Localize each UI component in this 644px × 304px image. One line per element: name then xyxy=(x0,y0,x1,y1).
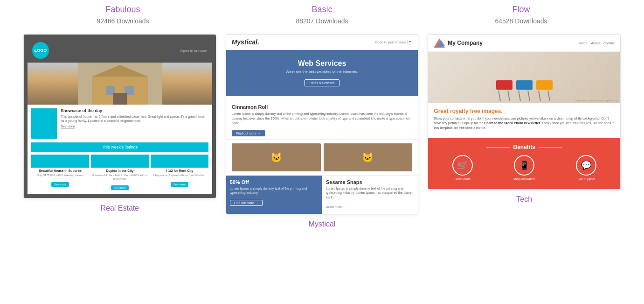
stats-row: Fabulous 92466 Downloads Basic 88207 Dow… xyxy=(14,5,630,25)
stat-flow-name: Flow xyxy=(422,5,621,14)
fab-hero-img xyxy=(28,63,212,105)
cat-shape-1: 🐱 xyxy=(232,143,321,171)
benefit-circle-1: 📱 xyxy=(514,155,534,176)
fab-listing-desc-2: 2 big rooms, 1 great bathroom and kitche… xyxy=(151,174,208,177)
chair-legs-yellow xyxy=(539,91,549,101)
tech-header: My Company Home About Contact xyxy=(428,35,620,52)
tech-logo-text: My Company xyxy=(448,40,483,46)
mys-logo: Mystical. xyxy=(232,38,259,46)
stat-fabulous: Fabulous 92466 Downloads xyxy=(23,5,222,25)
fabulous-inner: LOGO Open in browser xyxy=(28,38,212,194)
mys-article: Cinnamon Roll Lorem Ipsum is simply dumm… xyxy=(226,100,418,140)
fab-see-btn-1[interactable]: See more xyxy=(111,185,129,190)
mys-article-text: Lorem Ipsum is simply dummy text of the … xyxy=(232,112,413,125)
benefits-line-left xyxy=(486,147,510,148)
fab-listing-0: Beautiful House in Suburbs Only $170,000… xyxy=(31,155,89,191)
stat-basic-downloads: 88207 Downloads xyxy=(222,17,422,25)
tech-benefits-title: Benefits xyxy=(513,144,535,150)
fab-showcase-text: Showcase of the day This wonderful house… xyxy=(61,108,208,139)
templates-row: LOGO Open in browser xyxy=(14,34,630,228)
building-svg xyxy=(78,63,162,105)
chair-leg-6 xyxy=(547,91,550,101)
svg-rect-5 xyxy=(113,93,127,105)
template-mystical-label: Mystical xyxy=(309,220,336,228)
fab-listing-title-2: 4 1/2 for Rent City xyxy=(151,169,208,173)
mys-find-btn[interactable]: Find out more → xyxy=(232,130,265,136)
chair-seat-yellow xyxy=(536,80,553,90)
chair-leg-4 xyxy=(527,91,530,101)
chair-blue xyxy=(516,80,533,101)
benefit-circle-0: 🛒 xyxy=(452,155,473,176)
mys-left-title: 50% Off xyxy=(230,179,318,185)
fab-see-btn-0[interactable]: See more xyxy=(51,182,69,187)
fab-open-browser: Open in browser xyxy=(180,49,208,53)
fab-header: LOGO Open in browser xyxy=(28,38,212,63)
benefit-24h-support: 💬 24h support xyxy=(576,155,596,181)
fab-see-more[interactable]: See more xyxy=(61,125,208,128)
tech-nav-contact[interactable]: Contact xyxy=(603,42,615,45)
chair-legs-blue xyxy=(519,91,529,101)
fab-listing-desc-1: A wonderful place built in the mid-60's … xyxy=(91,174,149,180)
tech-logo-icon xyxy=(434,38,445,48)
tech-nav: Home About Contact xyxy=(579,42,615,45)
page-wrapper: Fabulous 92466 Downloads Basic 88207 Dow… xyxy=(0,0,644,252)
cat-shape-2: 🐱 xyxy=(324,143,413,171)
chairs-area xyxy=(487,52,562,103)
chair-yellow xyxy=(536,80,553,101)
fab-listings: Beautiful House in Suburbs Only $170,000… xyxy=(31,155,208,191)
fab-listings-header: This week's listings xyxy=(31,142,208,152)
mys-right-title: Sesame Snaps xyxy=(326,179,414,185)
fab-showcase-title: Showcase of the day xyxy=(61,108,208,113)
template-tech: My Company Home About Contact xyxy=(428,34,621,228)
chair-legs-red xyxy=(499,91,509,101)
fab-listing-desc-0: Only $170,000 with 2 amazing rooms. xyxy=(31,174,89,177)
tech-desc-bold: Death to the Stock Photo newsletter. xyxy=(485,121,541,125)
stat-flow: Flow 64528 Downloads xyxy=(422,5,621,25)
mys-two-col: 50% Off Lorem Ipsum is simply dummy text… xyxy=(226,175,418,213)
mys-open-icon[interactable]: ⬒ xyxy=(408,40,412,44)
tech-hero-img: Image source: deathtothestockphoto.com xyxy=(428,52,620,103)
tech-body: Great royalty free images. Show your con… xyxy=(428,103,620,138)
mys-cat-image-1: 🐱 xyxy=(232,143,321,171)
fab-see-btn-2[interactable]: See more xyxy=(171,182,188,187)
mys-open-text: Open in your browser xyxy=(375,41,406,44)
tech-tagline: Great royalty free images. xyxy=(434,108,615,114)
stat-basic: Basic 88207 Downloads xyxy=(222,5,422,25)
fabulous-preview[interactable]: LOGO Open in browser xyxy=(23,34,216,198)
benefit-label-1: Shop anywhere xyxy=(513,177,536,181)
tech-benefits-header: Benefits xyxy=(432,144,616,150)
template-real-estate: LOGO Open in browser xyxy=(23,34,216,228)
benefit-label-0: Save loads xyxy=(454,177,471,181)
benefits-line-right xyxy=(539,147,562,148)
tech-preview[interactable]: My Company Home About Contact xyxy=(428,34,621,190)
mys-left-btn[interactable]: Find out more → xyxy=(230,200,263,206)
template-tech-label: Tech xyxy=(516,195,532,204)
benefit-label-2: 24h support xyxy=(577,177,595,181)
mys-open: Open in your browser ⬒ xyxy=(375,40,412,44)
mys-hero: Web Services We make the best websites o… xyxy=(226,50,418,96)
mys-col-right: Sesame Snaps Lorem Ipsum is simply dummy… xyxy=(322,176,418,213)
mys-col-left: 50% Off Lorem Ipsum is simply dummy text… xyxy=(226,176,322,213)
fab-listing-2: 4 1/2 for Rent City 2 big rooms, 1 great… xyxy=(151,155,208,191)
stat-flow-downloads: 64528 Downloads xyxy=(422,17,621,25)
tech-benefits: Benefits 🛒 Save loads 📱 Shop anywhere xyxy=(428,138,620,189)
tech-nav-home[interactable]: Home xyxy=(579,42,588,45)
stat-fabulous-name: Fabulous xyxy=(23,5,222,14)
fab-listing-1: Duplex in the City A wonderful place bui… xyxy=(91,155,149,191)
fab-logo: LOGO xyxy=(32,42,49,59)
fab-hero-image xyxy=(28,63,212,105)
tech-img-credit: Image source: deathtothestockphoto.com xyxy=(575,99,618,102)
benefit-shop-anywhere: 📱 Shop anywhere xyxy=(513,155,536,181)
template-real-estate-label: Real Estate xyxy=(100,204,139,212)
mys-header: Mystical. Open in your browser ⬒ xyxy=(226,35,418,50)
fab-listing-thumb-2 xyxy=(151,155,208,168)
mystical-preview[interactable]: Mystical. Open in your browser ⬒ Web Ser… xyxy=(226,34,419,214)
tech-logo-area: My Company xyxy=(434,38,483,48)
chair-red xyxy=(496,80,512,101)
mys-cat-image-2: 🐱 xyxy=(324,143,413,171)
tech-nav-about[interactable]: About xyxy=(591,42,600,45)
mys-hero-title: Web Services xyxy=(233,59,411,68)
fab-showcase-desc: This wonderful house has 2 floors and a … xyxy=(61,114,208,123)
mys-hero-btn[interactable]: Rates & Services xyxy=(305,79,340,86)
mys-read-more[interactable]: Read more xyxy=(326,205,342,209)
